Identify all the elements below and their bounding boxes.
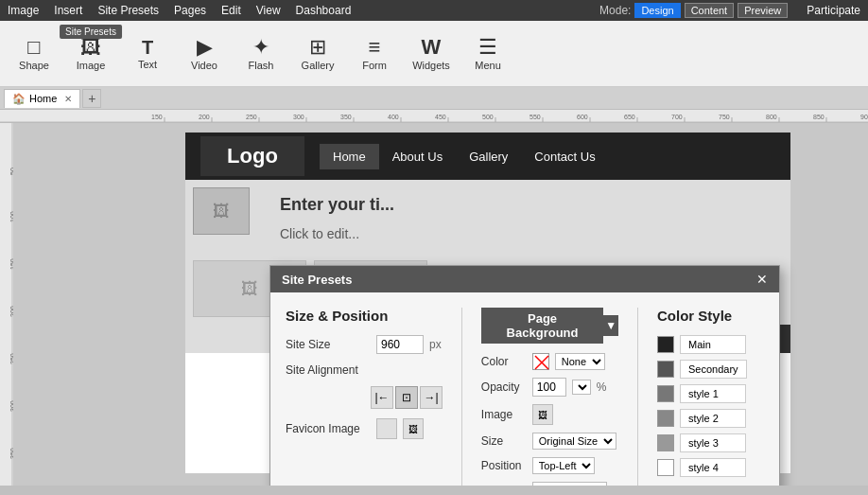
dialog-title: Site Presets: [282, 273, 352, 287]
svg-text:450: 450: [435, 114, 446, 120]
favicon-empty-box[interactable]: [376, 418, 397, 439]
mode-content[interactable]: Content: [685, 3, 735, 18]
color-select[interactable]: None: [555, 353, 605, 370]
tab-home-label: Home: [29, 93, 57, 104]
secondary-bar[interactable]: Secondary: [680, 360, 747, 379]
bg-image-box[interactable]: 🖼: [532, 404, 553, 425]
tool-gallery-label: Gallery: [302, 60, 335, 71]
color-style-3: style 3: [657, 433, 764, 452]
tab-close-icon[interactable]: ✕: [64, 94, 72, 104]
site-size-row: Site Size px: [286, 335, 443, 354]
opacity-input[interactable]: [532, 378, 566, 397]
style2-swatch[interactable]: [657, 410, 674, 427]
opacity-row: Opacity ▼ %: [481, 378, 618, 397]
svg-text:800: 800: [766, 114, 777, 120]
dialog-overlay: Site Presets ✕ Size & Position Site Size…: [0, 123, 868, 486]
tool-video[interactable]: ▶ Video: [178, 26, 231, 82]
opacity-dropdown[interactable]: ▼: [572, 380, 591, 395]
style1-swatch[interactable]: [657, 385, 674, 402]
tab-add-button[interactable]: +: [82, 89, 101, 108]
tab-home[interactable]: 🏠 Home ✕: [4, 89, 80, 108]
site-size-input[interactable]: [376, 335, 424, 354]
dialog-close-button[interactable]: ✕: [756, 272, 768, 287]
repeat-select[interactable]: No Repeat: [532, 482, 607, 486]
ruler-svg: 150 200 250 300 350 400 450 500 550 600 …: [0, 110, 868, 123]
page-background-tab[interactable]: Page Background: [481, 308, 603, 344]
size-position-section: Size & Position Site Size px Site Alignm…: [286, 308, 443, 486]
mode-preview[interactable]: Preview: [738, 3, 788, 18]
main-bar[interactable]: Main: [680, 335, 746, 354]
svg-text:900: 900: [860, 114, 868, 120]
tool-widgets[interactable]: W Widgets: [405, 26, 458, 82]
favicon-row: Favicon Image 🖼: [286, 418, 443, 439]
tool-form[interactable]: ≡ Form: [348, 26, 401, 82]
secondary-swatch[interactable]: [657, 361, 674, 378]
tool-flash-label: Flash: [249, 60, 274, 71]
menu-site-presets[interactable]: Site Presets: [97, 4, 159, 17]
tool-flash[interactable]: ✦ Flash: [234, 26, 287, 82]
tool-shape-label: Shape: [19, 60, 49, 71]
menu-dashboard[interactable]: Dashboard: [296, 4, 352, 17]
menu-image[interactable]: Image: [8, 4, 39, 17]
style4-bar[interactable]: style 4: [680, 458, 746, 477]
home-icon: 🏠: [12, 93, 26, 105]
color-swatch[interactable]: [532, 353, 549, 370]
svg-text:650: 650: [624, 114, 635, 120]
menu-insert[interactable]: Insert: [54, 4, 82, 17]
main-swatch[interactable]: [657, 336, 674, 353]
tool-text-label: Text: [138, 59, 157, 70]
style4-swatch[interactable]: [657, 459, 674, 476]
size-row: Size Original Size: [481, 433, 618, 450]
favicon-upload-box[interactable]: 🖼: [403, 418, 424, 439]
tool-shape[interactable]: □ Shape: [8, 26, 61, 82]
color-style-main: Main: [657, 335, 764, 354]
align-center-button[interactable]: ⊡: [395, 386, 418, 409]
opacity-label: Opacity: [481, 380, 527, 394]
ruler: 150 200 250 300 350 400 450 500 550 600 …: [0, 110, 868, 123]
menu-edit[interactable]: Edit: [221, 4, 241, 17]
alignment-buttons: |← ⊡ →|: [371, 386, 443, 409]
style3-swatch[interactable]: [657, 434, 674, 451]
opacity-unit: %: [597, 380, 607, 394]
menu-icon: ☰: [478, 37, 497, 58]
participate-button[interactable]: Participate: [807, 4, 860, 17]
svg-text:550: 550: [529, 114, 541, 120]
flash-icon: ✦: [252, 37, 269, 58]
mode-area: Mode: Design Content Preview Participate: [599, 3, 860, 18]
mode-design[interactable]: Design: [634, 3, 680, 18]
image-row: Image 🖼: [481, 404, 618, 425]
tool-gallery[interactable]: ⊞ Gallery: [291, 26, 344, 82]
menu-view[interactable]: View: [256, 4, 281, 17]
svg-text:350: 350: [340, 114, 352, 120]
menu-bar: Image Insert Site Presets Pages Edit Vie…: [0, 0, 868, 21]
style3-bar[interactable]: style 3: [680, 433, 746, 452]
style1-bar[interactable]: style 1: [680, 384, 746, 403]
size-select[interactable]: Original Size: [532, 433, 616, 450]
tool-menu[interactable]: ☰ Menu: [461, 26, 514, 82]
svg-text:500: 500: [482, 114, 494, 120]
style2-bar[interactable]: style 2: [680, 409, 746, 428]
color-style-2: style 2: [657, 409, 764, 428]
canvas-area: 50 100 150 200 250 300 350 Logo Home Abo…: [0, 123, 868, 486]
color-style-secondary: Secondary: [657, 360, 764, 379]
align-left-button[interactable]: |←: [371, 386, 393, 409]
size-position-title: Size & Position: [286, 308, 443, 324]
section-divider-2: [637, 308, 638, 486]
color-row: Color None: [481, 353, 618, 370]
tool-text[interactable]: T Text: [121, 26, 174, 82]
color-style-section: Color Style Main Secondary style 1: [657, 308, 764, 486]
image-icon: 🖼: [80, 37, 101, 58]
video-icon: ▶: [197, 37, 213, 58]
tool-image-label: Image: [77, 60, 106, 71]
svg-text:600: 600: [577, 114, 588, 120]
align-right-button[interactable]: →|: [420, 386, 443, 409]
tool-image[interactable]: Site Presets 🖼 Image: [64, 26, 117, 82]
site-alignment-row: Site Alignment: [286, 363, 443, 377]
color-style-4: style 4: [657, 458, 764, 477]
page-background-dropdown[interactable]: ▼: [603, 315, 618, 336]
repeat-row: Repeat No Repeat: [481, 482, 618, 486]
site-size-unit: px: [429, 338, 442, 351]
position-select[interactable]: Top-Left: [532, 457, 595, 474]
menu-pages[interactable]: Pages: [174, 4, 206, 17]
svg-text:250: 250: [246, 114, 257, 120]
